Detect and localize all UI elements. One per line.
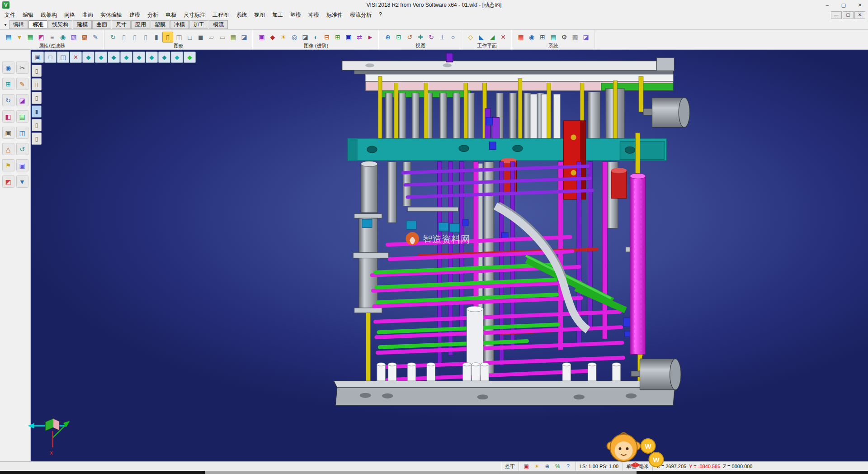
shadow-icon[interactable]: ◪ — [300, 32, 310, 42]
settings-icon[interactable]: ⚙ — [559, 32, 569, 42]
edges-icon[interactable]: ◼ — [196, 32, 206, 42]
menu-item[interactable]: 标准件 — [323, 10, 346, 20]
transparency-icon[interactable]: ◻ — [185, 32, 195, 42]
help-pointer-icon[interactable]: ? — [564, 463, 572, 470]
flag-icon[interactable]: ⚑ — [2, 159, 14, 171]
doc-status-icon[interactable]: ▣ — [523, 463, 530, 470]
3d-viewport[interactable]: ▣□◫✕◆◆◆◆◆◆◆◆◆ ▯▯▯▮▯▯ — [31, 50, 868, 461]
menu-item[interactable]: 曲面 — [79, 10, 97, 20]
wireframe-mode-icon[interactable]: ▯ — [119, 32, 129, 42]
quick-pick-1[interactable]: ▯ — [32, 65, 42, 77]
menu-item[interactable]: 塑模 — [287, 10, 305, 20]
view-bottom-icon[interactable]: ◆ — [158, 52, 170, 63]
select-filter-icon[interactable]: ▩ — [80, 32, 90, 42]
layers-icon[interactable]: ▦ — [25, 32, 35, 42]
saved-views-icon[interactable]: ▼ — [16, 175, 28, 188]
camera-icon[interactable]: ◎ — [289, 32, 299, 42]
globe-icon[interactable]: ◉ — [527, 32, 537, 42]
menu-item[interactable]: 文件 — [1, 10, 19, 20]
viewport-layout-icon[interactable]: ▣ — [32, 52, 44, 63]
menu-item[interactable]: 尺寸标注 — [180, 10, 209, 20]
view-normal-icon[interactable]: ⊥ — [437, 32, 447, 42]
menu-item[interactable]: 网格 — [61, 10, 79, 20]
refresh-view-icon[interactable]: ○ — [448, 32, 458, 42]
properties-icon[interactable]: ▤ — [4, 32, 14, 42]
workplane-rotate-icon[interactable]: ◢ — [487, 32, 497, 42]
measure-icon[interactable]: △ — [2, 143, 14, 155]
menu-item[interactable]: 视图 — [250, 10, 269, 20]
menu-item[interactable]: 分析 — [144, 10, 162, 20]
snap-grid-icon[interactable]: ⊞ — [2, 78, 14, 90]
redraw-icon[interactable]: ↻ — [108, 32, 118, 42]
color-grid-icon[interactable]: ▦ — [516, 32, 526, 42]
tab-dimension[interactable]: 尺寸 — [112, 20, 131, 29]
paint-icon[interactable]: ◧ — [2, 110, 14, 123]
shaded-mode-icon[interactable]: ▯ — [141, 32, 151, 42]
tab-mold[interactable]: 塑膜 — [151, 20, 170, 29]
background-icon[interactable]: ◪ — [239, 32, 249, 42]
quick-pick-3[interactable]: ▯ — [32, 92, 42, 104]
view-back-icon[interactable]: ◆ — [120, 52, 132, 63]
quick-pick-4[interactable]: ▮ — [32, 105, 42, 118]
tab-application[interactable]: 应用 — [131, 20, 150, 29]
cube-display-icon[interactable]: ◫ — [16, 127, 28, 139]
tab-flow[interactable]: 模流 — [209, 20, 228, 29]
palette-icon[interactable]: ◩ — [2, 175, 14, 188]
clip-plane-icon[interactable]: ⊞ — [333, 32, 343, 42]
magnify-icon[interactable]: ◉ — [2, 62, 14, 74]
tab-die[interactable]: 冲模 — [170, 20, 189, 29]
view-axonometric-icon[interactable]: ◆ — [171, 52, 183, 63]
attr-edit-icon[interactable]: ✎ — [90, 32, 100, 42]
compare-icon[interactable]: ⇄ — [354, 32, 364, 42]
printer-icon[interactable]: ▣ — [2, 127, 14, 139]
tab-wireframe[interactable]: 线架构 — [48, 20, 72, 29]
mdi-minimize-button[interactable]: — — [831, 11, 842, 19]
menu-item[interactable]: 电极 — [162, 10, 180, 20]
section-view-icon[interactable]: ⊟ — [322, 32, 332, 42]
analysis-icon[interactable]: ◪ — [581, 32, 591, 42]
viewport-split-icon[interactable]: ◫ — [57, 52, 69, 63]
mdi-restore-button[interactable]: ▢ — [843, 11, 854, 19]
pan-icon[interactable]: ✚ — [415, 32, 425, 42]
zoom-window-icon[interactable]: ⊡ — [394, 32, 404, 42]
minimize-button[interactable]: – — [819, 0, 835, 10]
linetype-icon[interactable]: ≡ — [47, 32, 57, 42]
section-mode-icon[interactable]: ◫ — [174, 32, 184, 42]
viewport-single-icon[interactable]: □ — [44, 52, 57, 63]
quick-pick-6[interactable]: ▯ — [32, 133, 42, 145]
workplane-icon[interactable]: ◇ — [466, 32, 476, 42]
animation-icon[interactable]: ► — [365, 32, 375, 42]
notebook-icon[interactable]: ▤ — [16, 110, 28, 123]
menu-item[interactable]: 实体编辑 — [97, 10, 126, 20]
shading-toggle-icon[interactable]: ◆ — [184, 52, 196, 63]
database-icon[interactable]: ▤ — [548, 32, 558, 42]
tab-modeling[interactable]: 建模 — [73, 20, 92, 29]
hidden-line-mode-icon[interactable]: ▯ — [130, 32, 140, 42]
toolbar-dropdown-icon[interactable]: ▾ — [2, 22, 9, 27]
workplane-reset-icon[interactable]: ✕ — [498, 32, 508, 42]
materials-icon[interactable]: ◆ — [268, 32, 278, 42]
close-button[interactable]: ✕ — [852, 0, 868, 10]
rotate-view-icon[interactable]: ↻ — [426, 32, 436, 42]
texture-display-icon[interactable]: ▦ — [228, 32, 238, 42]
tab-edit[interactable]: 编辑 — [9, 20, 28, 29]
menu-item[interactable]: 线架构 — [37, 10, 61, 20]
render-icon[interactable]: ▣ — [257, 32, 267, 42]
view-reset-icon[interactable]: ✕ — [70, 52, 82, 63]
quick-pick-5[interactable]: ▯ — [32, 119, 42, 131]
menu-item[interactable]: 加工 — [269, 10, 287, 20]
menu-item[interactable]: 模流分析 — [346, 10, 375, 20]
lamp-icon[interactable]: ☀ — [533, 463, 541, 470]
calculator-icon[interactable]: ⊞ — [538, 32, 547, 42]
view-right-icon[interactable]: ◆ — [146, 52, 158, 63]
maximize-button[interactable]: ▢ — [835, 0, 852, 10]
menu-item[interactable]: 系统 — [232, 10, 250, 20]
filter-icon[interactable]: ▼ — [14, 32, 24, 42]
grid-icon[interactable]: ▩ — [570, 32, 580, 42]
visibility-icon[interactable]: ◉ — [58, 32, 68, 42]
lights-icon[interactable]: ☀ — [278, 32, 288, 42]
view-iso-icon[interactable]: ◆ — [82, 52, 94, 63]
view-top-icon[interactable]: ◆ — [95, 52, 107, 63]
history-icon[interactable]: ↺ — [16, 143, 28, 155]
lock-label[interactable]: 拴牢 — [501, 462, 519, 471]
